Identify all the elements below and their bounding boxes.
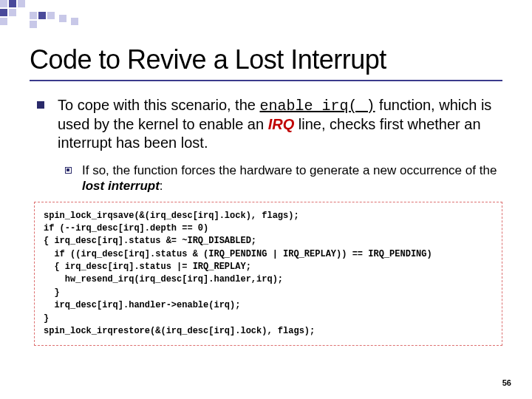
corner-decoration [0,0,103,30]
deco-square [71,18,78,25]
code-line: spin_lock_irqsave(&(irq_desc[irq].lock),… [44,210,493,222]
deco-square [59,15,66,22]
deco-square [38,12,46,19]
deco-square [0,0,7,7]
bullet-text: To cope with this scenario, the enable_i… [58,96,502,152]
deco-square [30,12,37,19]
deco-square [18,0,25,7]
deco-square [47,12,55,19]
sub-bullet-text: If so, the function forces the hardware … [82,163,502,194]
code-line: if ((irq_desc[irq].status & (IRQ_PENDING… [44,248,493,261]
square-bullet-icon [37,101,44,109]
sub-bullet-item: If so, the function forces the hardware … [65,163,502,194]
code-line: } [44,313,493,325]
code-line: spin_lock_irqrestore(&(irq_desc[irq].loc… [44,325,493,338]
text-fragment: : [160,179,163,193]
deco-square [9,0,16,7]
code-line: { irq_desc[irq].status &= ~IRQ_DISABLED; [44,235,493,248]
code-line: hw_resend_irq(irq_desc[irq].handler,irq)… [44,273,493,286]
deco-square [0,18,7,25]
code-function-name: enable_irq( ) [259,98,375,115]
text-fragment: To cope with this scenario, the [58,97,259,113]
slide-title: Code to Revive a Lost Interrupt [30,44,502,75]
code-block: spin_lock_irqsave(&(irq_desc[irq].lock),… [34,202,502,347]
hollow-square-bullet-icon [65,167,72,174]
deco-square [30,21,37,28]
code-line: { irq_desc[irq].status |= IRQ_REPLAY; [44,261,493,273]
emphasis-italic: lost interrupt [82,179,160,193]
deco-square [0,9,7,16]
slide-content: To cope with this scenario, the enable_i… [37,96,502,346]
title-underline [30,80,502,81]
page-number: 56 [502,378,511,387]
bullet-item: To cope with this scenario, the enable_i… [37,96,502,152]
text-fragment: If so, the function forces the hardware … [82,163,497,177]
emphasis-red: IRQ [268,116,295,132]
code-line: } [44,287,493,299]
code-line: irq_desc[irq].handler->enable(irq); [44,299,493,312]
code-line: if (--irq_desc[irq].depth == 0) [44,222,493,235]
deco-square [9,9,16,16]
